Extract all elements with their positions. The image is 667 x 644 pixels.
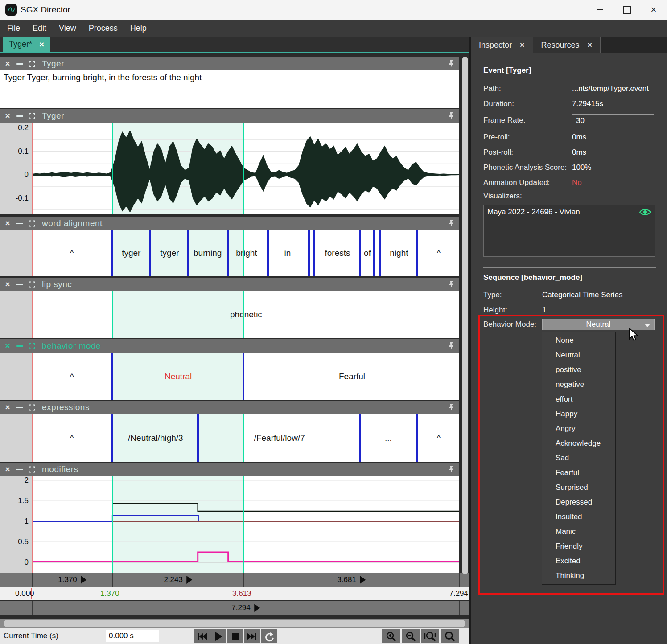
tab-inspector[interactable]: Inspector × [471,37,533,53]
dropdown-option-surprised[interactable]: Surprised [542,480,615,495]
visibility-eye-icon[interactable] [639,208,651,217]
play-marker-icon[interactable] [254,604,260,612]
track-close-icon[interactable]: × [4,112,11,119]
tab-resources[interactable]: Resources × [533,37,601,53]
zoom-in-button[interactable] [382,629,400,643]
expressions-plot[interactable]: ^/Neutral/high/3/Fearful/low/7...^ [32,414,459,462]
close-window-icon[interactable]: × [640,0,667,20]
track-close-icon[interactable]: × [4,404,11,411]
track-minimize-icon[interactable] [16,220,23,227]
track-minimize-icon[interactable] [16,342,23,349]
track-expand-icon[interactable] [28,60,35,67]
full-range-marker-row[interactable]: 7.294 [0,601,469,615]
track-minimize-icon[interactable] [16,404,23,411]
zoom-out-button[interactable] [402,629,420,643]
modifiers-plot[interactable] [32,476,459,574]
marker-label[interactable]: 3.681 [337,575,366,584]
playhead [32,230,33,276]
dropdown-option-manic[interactable]: Manic [542,524,615,539]
loop-button[interactable] [261,629,277,643]
dropdown-option-fearful[interactable]: Fearful [542,465,615,480]
horizontal-scrollbar[interactable] [0,619,469,628]
visualizers-list[interactable]: Maya 2022 - 24696 - Vivian [483,205,655,257]
track-close-icon[interactable]: × [4,220,11,227]
dropdown-option-angry[interactable]: Angry [542,421,615,436]
skip-end-button[interactable] [244,629,260,643]
inspector-row: Type:Categorical Time Series [483,287,661,303]
frame-rate-input[interactable] [572,114,654,127]
track-minimize-icon[interactable] [16,60,23,67]
dropdown-option-positive[interactable]: positive [542,362,615,377]
word-alignment-plot[interactable]: ^tygertygerburningbrightinforestsofnight… [32,230,459,276]
dropdown-option-negative[interactable]: negative [542,377,615,392]
track-expand-icon[interactable] [28,281,35,288]
tab-close-icon[interactable]: × [39,40,44,49]
marker-label[interactable]: 2.243 [164,575,192,584]
current-time-input[interactable] [106,630,159,642]
pin-icon[interactable] [448,112,455,121]
track-minimize-icon[interactable] [16,112,23,119]
menu-file[interactable]: File [1,20,26,37]
visualizer-item[interactable]: Maya 2022 - 24696 - Vivian [487,208,580,217]
menu-view[interactable]: View [53,20,82,37]
track-close-icon[interactable]: × [4,60,11,67]
dropdown-option-happy[interactable]: Happy [542,406,615,421]
tab-close-icon[interactable]: × [520,41,525,50]
play-button[interactable] [210,629,226,643]
dropdown-option-thinking[interactable]: Thinking [542,568,615,583]
dropdown-option-none[interactable]: None [542,333,615,348]
menu-help[interactable]: Help [124,20,153,37]
pin-icon[interactable] [448,465,455,474]
maximize-window-icon[interactable] [613,0,640,20]
track-close-icon[interactable]: × [4,466,11,473]
track-minimize-icon[interactable] [16,466,23,473]
dropdown-option-effort[interactable]: effort [542,392,615,406]
track-title: Tyger [42,111,64,121]
pin-icon[interactable] [448,342,455,351]
dropdown-option-insulted[interactable]: Insulted [542,509,615,524]
track-close-icon[interactable]: × [4,342,11,349]
scrollbar-thumb[interactable] [4,620,465,627]
track-expand-icon[interactable] [28,466,35,473]
dropdown-option-acknowledge[interactable]: Acknowledge [542,436,615,451]
dropdown-option-depressed[interactable]: Depressed [542,495,615,509]
behavior-mode-dropdown[interactable]: Neutral [542,319,655,330]
menu-process[interactable]: Process [82,20,124,37]
play-marker-icon[interactable] [360,576,366,584]
track-expand-icon[interactable] [28,404,35,411]
behavior-mode-plot[interactable]: ^NeutralFearful [32,353,459,400]
track-expand-icon[interactable] [28,220,35,227]
marker-label[interactable]: 1.370 [58,575,86,584]
vertical-scrollbar[interactable] [462,57,468,574]
pin-icon[interactable] [448,219,455,228]
ruler-tick: 1.370 [100,589,119,598]
pin-icon[interactable] [448,403,455,412]
track-minimize-icon[interactable] [16,281,23,288]
stop-button[interactable] [227,629,243,643]
time-ruler[interactable]: 0.0001.3703.6137.294 [0,587,469,600]
dropdown-option-friendly[interactable]: Friendly [542,539,615,554]
skip-start-button[interactable] [194,629,210,643]
lip-sync-plot[interactable]: phonetic [32,291,459,338]
play-marker-icon[interactable] [81,576,86,584]
track-expand-icon[interactable] [28,342,35,349]
pin-icon[interactable] [448,60,455,69]
dropdown-option-sad[interactable]: Sad [542,451,615,465]
tab-tyger[interactable]: Tyger* × [3,37,50,52]
dropdown-option-excited[interactable]: Excited [542,554,615,568]
tab-close-icon[interactable]: × [588,41,593,50]
play-marker-icon[interactable] [186,576,192,584]
waveform-plot[interactable] [32,123,459,214]
minimize-window-icon[interactable] [587,0,613,20]
zoom-selection-button[interactable] [441,629,459,643]
track-close-icon[interactable]: × [4,281,11,288]
marker-label[interactable]: 7.294 [231,603,260,612]
menu-edit[interactable]: Edit [26,20,53,37]
transcript-text[interactable]: Tyger Tyger, burning bright, in the fore… [0,70,459,108]
zoom-fit-button[interactable] [421,629,439,643]
dropdown-option-neutral[interactable]: Neutral [542,348,615,362]
segment-label: burning [194,248,222,258]
pin-icon[interactable] [448,280,455,289]
track-expand-icon[interactable] [28,112,35,119]
segment-marker-row[interactable]: 1.3702.2433.681 [0,573,469,587]
